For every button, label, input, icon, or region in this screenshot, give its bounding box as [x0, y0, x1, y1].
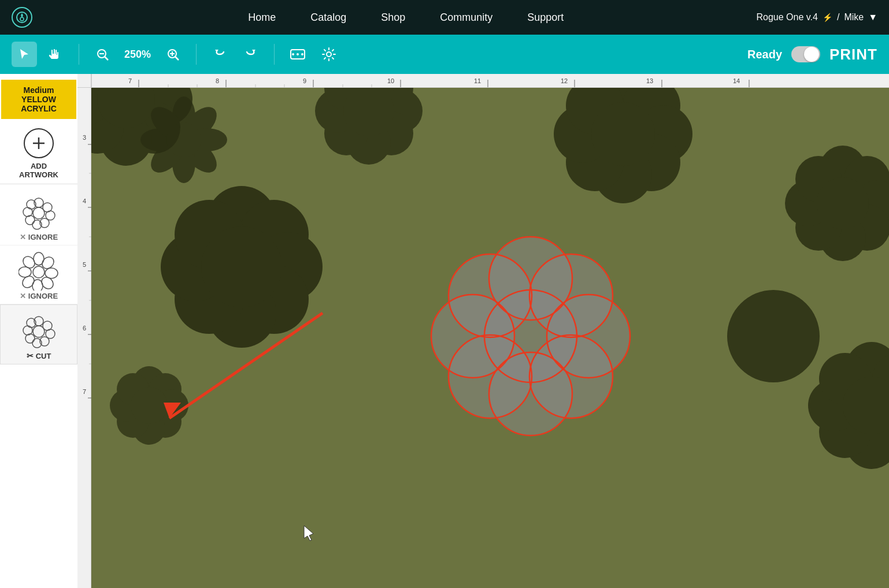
toolbar-divider-3: [274, 44, 275, 65]
artwork-item-2[interactable]: ✕ IGNORE: [0, 245, 77, 304]
top-navigation: Home Catalog Shop Community Support Rogu…: [0, 0, 889, 35]
more-options-button[interactable]: [285, 42, 310, 67]
material-badge[interactable]: Medium YELLOW ACRYLIC: [1, 80, 76, 119]
add-artwork-icon: [24, 128, 54, 158]
svg-text:3: 3: [83, 134, 86, 141]
nav-dropdown-icon[interactable]: ▼: [868, 12, 877, 23]
svg-point-106: [591, 102, 655, 166]
svg-text:8: 8: [216, 77, 219, 84]
zoom-level: 250%: [124, 49, 151, 61]
artwork-item-3[interactable]: ✂ CUT: [0, 304, 77, 364]
add-artwork-label: ADD ARTWORK: [19, 162, 58, 179]
print-toggle[interactable]: [791, 46, 820, 62]
toolbar-right: Ready PRINT: [747, 46, 877, 64]
svg-point-124: [201, 226, 282, 307]
nav-right: Rogue One v.4 ⚡ / Mike ▼: [756, 12, 877, 23]
ruler-top: 7 8 9 10 11 12 13 14: [91, 74, 889, 88]
material-name-line3: ACRYLIC: [21, 104, 57, 113]
svg-text:7: 7: [128, 77, 132, 84]
svg-line-8: [175, 57, 179, 60]
nav-support[interactable]: Support: [527, 12, 564, 24]
artwork-flower-1: [18, 191, 59, 232]
zoom-out-button[interactable]: [90, 42, 115, 67]
mouse-cursor: [304, 526, 313, 541]
material-name-line2: YELLOW: [21, 95, 56, 104]
nav-shop[interactable]: Shop: [381, 12, 405, 24]
user-machine: Rogue One v.4: [756, 12, 817, 23]
svg-text:14: 14: [733, 77, 740, 84]
material-name-line1: Medium: [24, 85, 54, 95]
artwork-flower-2: [18, 250, 59, 291]
scissors-icon: ✂: [27, 351, 34, 360]
toolbar: 250% Ready PRINT: [0, 35, 889, 74]
left-panel: Medium YELLOW ACRYLIC ADD ARTWORK: [0, 74, 77, 588]
artwork-item-3-action: ✂ CUT: [27, 351, 51, 360]
cut-flower-group: [431, 237, 630, 436]
svg-text:11: 11: [474, 77, 481, 84]
main-content: Medium YELLOW ACRYLIC ADD ARTWORK: [0, 74, 889, 588]
undo-button[interactable]: [207, 42, 232, 67]
add-artwork-button[interactable]: ADD ARTWORK: [0, 122, 77, 184]
svg-point-152: [131, 387, 168, 424]
toolbar-divider-1: [79, 44, 79, 65]
background-decorations: [91, 88, 889, 588]
nav-links: Home Catalog Shop Community Support: [55, 12, 756, 24]
settings-button[interactable]: [316, 42, 342, 67]
svg-rect-10: [297, 53, 299, 55]
svg-rect-9: [292, 53, 294, 55]
svg-point-42: [33, 326, 45, 337]
svg-text:5: 5: [83, 261, 86, 268]
svg-text:10: 10: [387, 77, 394, 84]
ruler-left: 3 4 5 6 7: [77, 74, 91, 588]
hand-tool-button[interactable]: [43, 42, 68, 67]
redo-button[interactable]: [238, 42, 264, 67]
lightning-icon: ⚡: [823, 13, 832, 22]
svg-point-115: [817, 177, 869, 229]
svg-text:6: 6: [83, 325, 86, 332]
svg-text:7: 7: [83, 388, 86, 395]
print-button[interactable]: PRINT: [829, 46, 877, 64]
svg-marker-173: [304, 526, 313, 541]
logo-area[interactable]: [12, 7, 32, 28]
svg-point-97: [166, 122, 201, 157]
ruler-corner: [77, 74, 91, 88]
svg-point-134: [727, 290, 820, 382]
logo-icon: [12, 7, 32, 28]
svg-text:12: 12: [561, 77, 568, 84]
nav-catalog[interactable]: Catalog: [310, 12, 346, 24]
canvas-background: [91, 88, 889, 588]
nav-username[interactable]: Mike: [844, 12, 864, 23]
canvas-area[interactable]: 7 8 9 10 11 12 13 14: [77, 74, 889, 588]
select-tool-button[interactable]: [12, 42, 37, 67]
artwork-flower-3: [18, 310, 59, 350]
ready-status: Ready: [747, 48, 782, 61]
zoom-in-button[interactable]: [160, 42, 186, 67]
svg-line-4: [105, 57, 108, 60]
svg-point-13: [327, 52, 331, 57]
nav-home[interactable]: Home: [248, 12, 276, 24]
svg-text:13: 13: [646, 77, 653, 84]
svg-text:9: 9: [303, 77, 306, 84]
nav-slash: /: [837, 12, 839, 23]
svg-point-1: [20, 17, 24, 21]
svg-rect-11: [301, 53, 303, 55]
toolbar-divider-2: [196, 44, 197, 65]
print-toggle-knob: [804, 47, 819, 62]
artwork-item-1[interactable]: ✕ IGNORE: [0, 187, 77, 245]
artwork-item-2-action: ✕ IGNORE: [20, 292, 58, 300]
svg-point-133: [343, 88, 394, 136]
nav-community[interactable]: Community: [440, 12, 492, 24]
svg-point-33: [33, 266, 45, 278]
svg-text:4: 4: [83, 198, 86, 204]
artwork-item-1-action: ✕ IGNORE: [20, 233, 58, 241]
svg-point-24: [33, 207, 45, 219]
